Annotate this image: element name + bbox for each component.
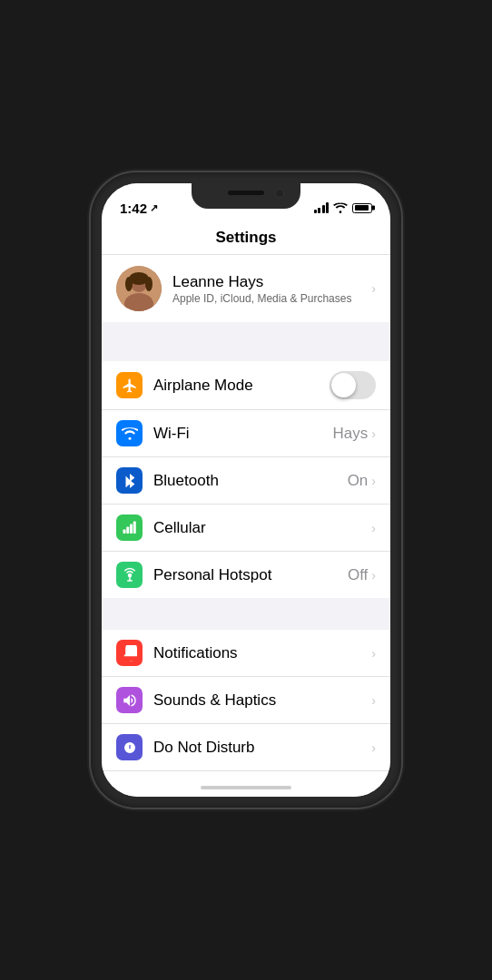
wifi-value: Hays [333,425,369,443]
hotspot-label: Personal Hotspot [153,566,348,584]
svg-rect-6 [123,529,125,534]
settings-item-cellular[interactable]: Cellular › [102,505,390,552]
notifications-icon [116,640,143,666]
profile-row[interactable]: Leanne Hays Apple ID, iCloud, Media & Pu… [102,255,390,322]
status-icons [314,202,373,213]
hotspot-value: Off [348,566,368,584]
bluetooth-chevron: › [371,474,376,488]
bluetooth-value: On [348,472,369,490]
wifi-chevron: › [371,426,376,441]
avatar [116,266,162,311]
cellular-chevron: › [371,521,376,535]
cellular-icon [116,514,143,541]
airplane-mode-icon [116,372,143,398]
svg-rect-8 [130,524,133,534]
bluetooth-label: Bluetooth [153,472,348,490]
system-group: Notifications › Sounds & Haptics › [102,630,390,779]
navigation-bar: Settings [102,223,390,255]
location-icon: ↗ [150,202,158,214]
do-not-disturb-chevron: › [371,740,376,755]
do-not-disturb-label: Do Not Disturb [153,739,371,757]
front-camera [275,189,284,198]
sounds-chevron: › [371,693,376,708]
cellular-label: Cellular [153,519,371,537]
settings-item-bluetooth[interactable]: Bluetooth On › [102,457,390,505]
notifications-chevron: › [371,646,376,661]
settings-item-personal-hotspot[interactable]: Personal Hotspot Off › [102,552,390,598]
wifi-settings-icon [116,420,143,446]
hotspot-chevron: › [371,568,376,583]
sounds-icon [116,687,143,713]
svg-point-4 [125,277,133,291]
svg-rect-9 [133,521,135,534]
airplane-mode-label: Airplane Mode [153,377,330,395]
profile-subtitle: Apple ID, iCloud, Media & Purchases [172,292,351,305]
sounds-label: Sounds & Haptics [153,691,371,710]
settings-item-notifications[interactable]: Notifications › [102,630,390,677]
speaker [228,191,264,195]
svg-point-5 [145,277,153,291]
settings-item-screen-time[interactable]: Screen Time › [102,771,390,779]
do-not-disturb-icon [116,734,143,760]
notifications-label: Notifications [153,644,371,662]
settings-item-airplane-mode[interactable]: Airplane Mode [102,361,390,410]
svg-rect-7 [126,526,129,534]
section-gap-2 [102,598,390,630]
connectivity-group: Airplane Mode Wi-Fi Hays [102,361,390,598]
hotspot-icon [116,562,143,588]
battery-icon [352,203,372,213]
home-indicator[interactable] [102,779,390,797]
home-bar [201,786,291,789]
section-gap-1 [102,329,390,361]
profile-name: Leanne Hays [172,273,351,291]
profile-chevron: › [371,281,376,296]
settings-item-wifi[interactable]: Wi-Fi Hays › [102,410,390,457]
page-title: Settings [215,229,276,246]
phone-frame: 1:42 ↗ [91,172,401,808]
wifi-label: Wi-Fi [153,425,333,443]
phone-screen: 1:42 ↗ [102,183,390,797]
airplane-mode-toggle[interactable] [330,371,376,399]
notch [192,183,300,209]
settings-item-sounds[interactable]: Sounds & Haptics › [102,677,390,724]
bluetooth-icon [116,467,143,494]
settings-item-do-not-disturb[interactable]: Do Not Disturb › [102,724,390,771]
wifi-icon [333,202,348,213]
status-time: 1:42 ↗ [120,201,158,216]
signal-icon [314,202,330,213]
settings-content[interactable]: Leanne Hays Apple ID, iCloud, Media & Pu… [102,255,390,779]
